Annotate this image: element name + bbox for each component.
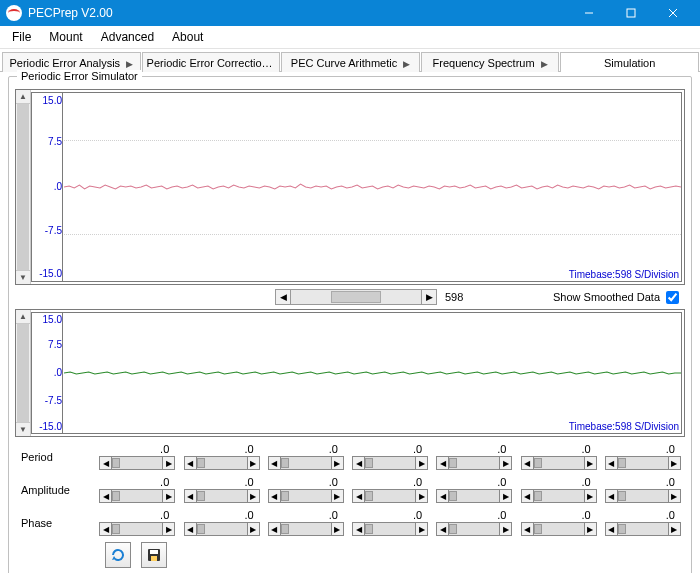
phase-val-3: .0	[413, 509, 422, 521]
period-spin-2[interactable]: ◀▶	[268, 456, 344, 470]
svg-rect-1	[627, 9, 635, 17]
plot-raw: ▲ ▼ 15.0 7.5 .0 -7.5 -15.0 Timebase:598 …	[15, 89, 685, 285]
phase-spin-2[interactable]: ◀▶	[268, 522, 344, 536]
chevron-right-icon: ▶	[541, 59, 548, 69]
plot2-timebase: Timebase:598 S/Division	[569, 421, 679, 432]
plot-hscroll[interactable]: ◀ ▶	[275, 289, 437, 305]
tab-simulation[interactable]: Simulation	[560, 52, 699, 72]
period-spin-1[interactable]: ◀▶	[184, 456, 260, 470]
scroll-down-icon[interactable]: ▼	[16, 270, 30, 284]
phase-val-5: .0	[582, 509, 591, 521]
hscroll-track[interactable]	[291, 289, 421, 305]
phase-spin-0[interactable]: ◀▶	[99, 522, 175, 536]
svg-rect-5	[150, 550, 158, 554]
plot1-tick-2: .0	[32, 181, 62, 192]
phase-val-6: .0	[666, 509, 675, 521]
amplitude-spin-3[interactable]: ◀▶	[352, 489, 428, 503]
amplitude-val-5: .0	[582, 476, 591, 488]
maximize-button[interactable]	[610, 0, 652, 26]
label-amplitude: Amplitude	[15, 484, 95, 496]
period-val-6: .0	[666, 443, 675, 455]
refresh-button[interactable]	[105, 542, 131, 568]
scroll-up-icon[interactable]: ▲	[16, 90, 30, 104]
period-spin-3[interactable]: ◀▶	[352, 456, 428, 470]
plot1-tick-3: -7.5	[32, 225, 62, 236]
plot1-area: 15.0 7.5 .0 -7.5 -15.0 Timebase:598 S/Di…	[31, 92, 682, 282]
scroll-thumb[interactable]	[17, 324, 29, 422]
period-spin-6[interactable]: ◀▶	[605, 456, 681, 470]
amplitude-spin-2[interactable]: ◀▶	[268, 489, 344, 503]
amplitude-val-6: .0	[666, 476, 675, 488]
scroll-left-icon[interactable]: ◀	[275, 289, 291, 305]
scroll-thumb[interactable]	[17, 104, 29, 270]
plot2-tick-0: 15.0	[32, 314, 62, 325]
params-grid: Period .0◀▶ .0◀▶ .0◀▶ .0◀▶ .0◀▶ .0◀▶ .0◀…	[15, 443, 685, 536]
menu-bar: File Mount Advanced About	[0, 26, 700, 49]
phase-spin-6[interactable]: ◀▶	[605, 522, 681, 536]
phase-spin-3[interactable]: ◀▶	[352, 522, 428, 536]
row-phase: Phase .0◀▶ .0◀▶ .0◀▶ .0◀▶ .0◀▶ .0◀▶ .0◀▶	[15, 509, 685, 536]
amplitude-val-1: .0	[244, 476, 253, 488]
plot2-tick-1: 7.5	[32, 339, 62, 350]
menu-file[interactable]: File	[4, 28, 39, 46]
phase-spin-5[interactable]: ◀▶	[521, 522, 597, 536]
label-phase: Phase	[15, 517, 95, 529]
plot1-tick-1: 7.5	[32, 136, 62, 147]
phase-spin-4[interactable]: ◀▶	[436, 522, 512, 536]
tab-periodic-error-analysis[interactable]: Periodic Error Analysis▶	[2, 52, 141, 72]
plot1-tick-4: -15.0	[32, 268, 62, 279]
title-bar: PECPrep V2.00	[0, 0, 700, 26]
plot2-tick-3: -7.5	[32, 395, 62, 406]
plot2-tick-4: -15.0	[32, 421, 62, 432]
menu-advanced[interactable]: Advanced	[93, 28, 162, 46]
toolbar	[105, 542, 685, 568]
chevron-right-icon: ▶	[274, 59, 281, 69]
plot-smoothed: ▲ ▼ 15.0 7.5 .0 -7.5 -15.0 Timebase:598 …	[15, 309, 685, 437]
tab-frequency-spectrum[interactable]: Frequency Spectrum▶	[421, 52, 560, 72]
amplitude-val-2: .0	[329, 476, 338, 488]
scroll-right-icon[interactable]: ▶	[421, 289, 437, 305]
scroll-down-icon[interactable]: ▼	[16, 422, 30, 436]
hscroll-thumb[interactable]	[331, 291, 381, 303]
amplitude-spin-1[interactable]: ◀▶	[184, 489, 260, 503]
groupbox-legend: Periodic Error Simulator	[17, 70, 142, 82]
period-spin-5[interactable]: ◀▶	[521, 456, 597, 470]
period-spin-0[interactable]: ◀▶	[99, 456, 175, 470]
amplitude-spin-4[interactable]: ◀▶	[436, 489, 512, 503]
phase-val-1: .0	[244, 509, 253, 521]
period-spin-4[interactable]: ◀▶	[436, 456, 512, 470]
app-icon	[6, 5, 22, 21]
hscroll-value: 598	[445, 291, 463, 303]
amplitude-spin-0[interactable]: ◀▶	[99, 489, 175, 503]
row-period: Period .0◀▶ .0◀▶ .0◀▶ .0◀▶ .0◀▶ .0◀▶ .0◀…	[15, 443, 685, 470]
hscroll-row: ◀ ▶ 598 Show Smoothed Data	[15, 289, 685, 305]
plot2-area: 15.0 7.5 .0 -7.5 -15.0 Timebase:598 S/Di…	[31, 312, 682, 434]
plot1-vscroll[interactable]: ▲ ▼	[16, 90, 31, 284]
close-button[interactable]	[652, 0, 694, 26]
minimize-button[interactable]	[568, 0, 610, 26]
tab-pec-curve-arithmetic[interactable]: PEC Curve Arithmetic▶	[281, 52, 420, 72]
phase-val-2: .0	[329, 509, 338, 521]
plot2-trace	[64, 313, 681, 433]
save-button[interactable]	[141, 542, 167, 568]
refresh-icon	[110, 547, 126, 563]
chevron-right-icon: ▶	[126, 59, 133, 69]
menu-mount[interactable]: Mount	[41, 28, 90, 46]
amplitude-val-0: .0	[160, 476, 169, 488]
period-val-0: .0	[160, 443, 169, 455]
amplitude-val-3: .0	[413, 476, 422, 488]
smooth-label: Show Smoothed Data	[553, 291, 660, 303]
tab-periodic-error-correction[interactable]: Periodic Error Correction▶	[142, 52, 281, 72]
menu-about[interactable]: About	[164, 28, 211, 46]
plot2-tick-2: .0	[32, 367, 62, 378]
phase-val-4: .0	[497, 509, 506, 521]
amplitude-spin-5[interactable]: ◀▶	[521, 489, 597, 503]
amplitude-spin-6[interactable]: ◀▶	[605, 489, 681, 503]
period-val-1: .0	[244, 443, 253, 455]
smooth-checkbox[interactable]	[666, 291, 679, 304]
phase-spin-1[interactable]: ◀▶	[184, 522, 260, 536]
scroll-up-icon[interactable]: ▲	[16, 310, 30, 324]
period-val-2: .0	[329, 443, 338, 455]
plot2-vscroll[interactable]: ▲ ▼	[16, 310, 31, 436]
chevron-right-icon: ▶	[403, 59, 410, 69]
